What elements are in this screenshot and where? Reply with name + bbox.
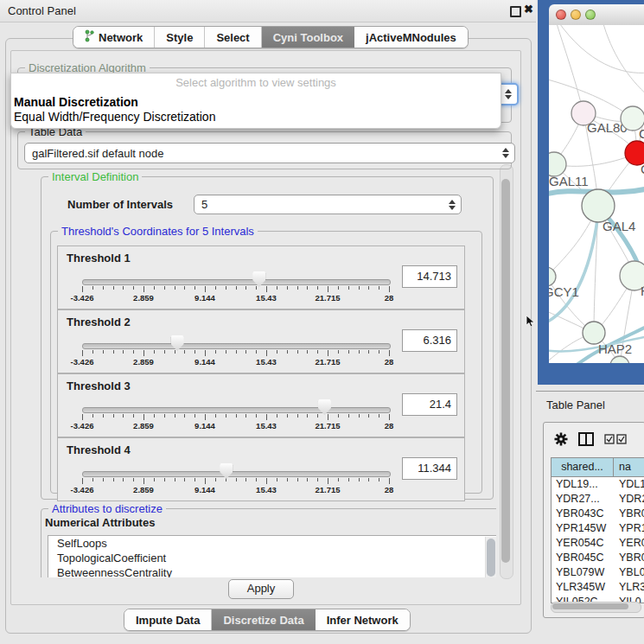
threshold-value-field[interactable]: 11.344 xyxy=(402,457,457,480)
tick-label: 28 xyxy=(385,357,394,367)
table-row[interactable]: YBR045CYBR0 xyxy=(552,551,644,565)
tick-mark xyxy=(164,414,165,418)
num-intervals-combobox[interactable]: 5 xyxy=(194,194,462,214)
node-label: GA xyxy=(639,126,644,141)
table-hscrollbar[interactable] xyxy=(551,602,641,613)
attributes-group: Attributes to discretize Numerical Attri… xyxy=(41,508,496,577)
slider-track[interactable] xyxy=(82,407,391,413)
network-node-gcy1[interactable] xyxy=(549,267,556,286)
tab-infer-network[interactable]: Infer Network xyxy=(316,609,410,630)
apply-button[interactable]: Apply xyxy=(228,579,294,599)
tick-mark xyxy=(92,478,93,481)
tick-mark xyxy=(194,414,195,418)
tick-label: 28 xyxy=(385,421,394,430)
tick-mark xyxy=(205,350,206,356)
table-row[interactable]: YBR043CYBR0 xyxy=(552,507,644,521)
slider-track[interactable] xyxy=(82,279,391,285)
interval-definition-group: Interval Definition Number of Intervals … xyxy=(41,176,494,500)
tick-mark xyxy=(123,286,124,290)
table-cell: YDL1 xyxy=(614,477,644,492)
network-node-gal11[interactable] xyxy=(549,152,566,176)
settings-viewport: Interval Definition Number of Intervals … xyxy=(12,169,496,577)
dropdown-item-manual[interactable]: Manual Discretization xyxy=(14,95,138,109)
slider-track[interactable] xyxy=(82,343,391,349)
network-node-gal4[interactable] xyxy=(582,189,615,222)
tick-label: 2.859 xyxy=(133,357,154,367)
close-icon[interactable]: ✖ xyxy=(524,3,533,16)
attribute-item-topologicalcoefficient[interactable]: TopologicalCoefficient xyxy=(48,551,496,565)
tab-jactivemnodules[interactable]: jActiveMNodules xyxy=(354,27,468,48)
tab-label: Select xyxy=(216,31,249,44)
node-table[interactable]: shared... na YDL19...YDL1YDR27...YDR2YBR… xyxy=(551,457,644,603)
tick-mark xyxy=(175,350,175,354)
tick-mark xyxy=(154,478,155,481)
tick-mark xyxy=(307,350,308,354)
panel-scrollbar[interactable] xyxy=(500,164,513,579)
table-row[interactable]: YLR345WYLR3 xyxy=(552,580,644,595)
tick-mark xyxy=(266,350,267,356)
tick-mark xyxy=(92,414,93,418)
tick-mark xyxy=(82,286,83,292)
table-cell: YLR3 xyxy=(614,580,644,595)
tick-label: 9.144 xyxy=(194,357,215,367)
tick-mark xyxy=(175,414,175,418)
network-edge[interactable] xyxy=(556,25,583,113)
tab-impute-data[interactable]: Impute Data xyxy=(124,609,212,630)
numerical-attributes-list[interactable]: SelfLoopsTopologicalCoefficientBetweenne… xyxy=(48,535,496,577)
tick-mark xyxy=(338,414,339,418)
maximize-traffic-light[interactable] xyxy=(585,10,596,20)
gear-icon[interactable] xyxy=(554,432,568,446)
network-edge[interactable] xyxy=(603,25,644,96)
tab-style[interactable]: Style xyxy=(155,27,205,48)
select-columns-icon[interactable] xyxy=(604,434,627,444)
table-row[interactable]: YBL079WYBL0 xyxy=(552,565,644,580)
tick-label: 21.715 xyxy=(315,357,340,367)
num-intervals-label: Number of Intervals xyxy=(67,198,173,211)
network-node[interactable] xyxy=(610,356,629,363)
attribute-item-selfloops[interactable]: SelfLoops xyxy=(48,536,496,551)
table-row[interactable]: YPR145WYPR1 xyxy=(552,521,644,536)
tick-mark xyxy=(184,478,185,481)
tab-discretize-data[interactable]: Discretize Data xyxy=(212,609,315,630)
list-scrollbar[interactable] xyxy=(485,537,496,577)
threshold-value-field[interactable]: 21.4 xyxy=(402,393,457,416)
minimize-traffic-light[interactable] xyxy=(571,10,581,20)
slider-ticks xyxy=(82,478,389,485)
tick-mark xyxy=(338,286,339,290)
attribute-item-betweennesscentrality[interactable]: BetweennessCentrality xyxy=(48,565,496,577)
table-header-row: shared... na xyxy=(552,458,644,477)
tab-cyni-toolbox[interactable]: Cyni Toolbox xyxy=(262,27,354,48)
tick-mark xyxy=(236,478,237,481)
tick-mark xyxy=(307,414,308,418)
scrollbar-thumb[interactable] xyxy=(501,179,510,563)
tick-mark xyxy=(113,478,114,481)
slider-track[interactable] xyxy=(82,471,391,477)
network-window-titlebar[interactable] xyxy=(549,4,644,26)
column-header-name[interactable]: na xyxy=(614,458,644,476)
table-row[interactable]: YER054CYER0 xyxy=(552,536,644,551)
tick-mark xyxy=(103,478,104,481)
hscrollbar-thumb[interactable] xyxy=(552,603,628,609)
threshold-value-field[interactable]: 6.316 xyxy=(402,329,457,352)
table-row[interactable]: YDR27...YDR2 xyxy=(552,492,644,507)
float-window-icon[interactable] xyxy=(510,6,521,17)
tick-mark xyxy=(368,286,369,290)
table-row[interactable]: YDL19...YDL1 xyxy=(552,477,644,492)
table-data-combobox[interactable]: galFiltered.sif default node xyxy=(24,143,515,163)
tab-label: Cyni Toolbox xyxy=(273,31,343,44)
tick-mark xyxy=(154,286,155,290)
split-columns-icon[interactable] xyxy=(578,432,594,446)
tab-network[interactable]: Network xyxy=(73,27,155,48)
close-traffic-light[interactable] xyxy=(556,10,566,20)
num-intervals-value: 5 xyxy=(201,198,207,211)
threshold-value-field[interactable]: 14.713 xyxy=(402,265,457,288)
column-header-shared-name[interactable]: shared... xyxy=(552,458,614,476)
network-canvas[interactable]: GAL80GACGAL11GAL4GCY1HHAP2 xyxy=(549,25,644,363)
table-data-group: Table Data galFiltered.sif default node xyxy=(17,131,512,169)
tick-mark xyxy=(194,478,195,481)
network-edge[interactable] xyxy=(549,214,598,323)
dropdown-item-equal-width[interactable]: Equal Width/Frequency Discretization xyxy=(14,110,215,124)
tab-select[interactable]: Select xyxy=(205,27,261,48)
slider-tick-labels: -3.4262.8599.14415.4321.71528 xyxy=(82,293,389,303)
tick-label: 15.43 xyxy=(256,485,277,494)
